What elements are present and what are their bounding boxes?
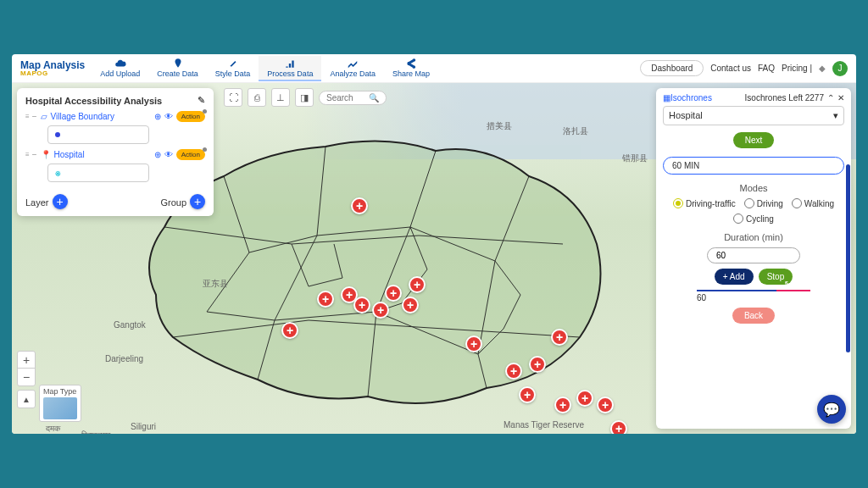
project-title: Hospital Accessibility Analysis [25,96,162,106]
map-place-label: Siliguri [131,422,156,431]
layer-swatch[interactable] [47,125,149,144]
cursor-icon: ↖ [784,279,791,288]
credits-label: Isochrones Left 2277 [745,93,824,103]
chevron-down-icon: ▾ [833,110,838,121]
brush-icon [227,58,239,69]
north-button[interactable]: ▲ [17,390,36,408]
hospital-marker[interactable]: + [409,276,426,293]
map-toolbar: ⛶ ⎙ ⊥ ◨ 🔍 [224,88,387,107]
menu-create-data[interactable]: Create Data [148,56,207,81]
mode-driving-traffic[interactable]: Driving-traffic [673,198,736,208]
drag-handle-icon[interactable]: ≡ [25,113,29,120]
fullscreen-button[interactable]: ⛶ [224,88,242,107]
edit-icon[interactable]: ✎ [198,95,205,106]
hospital-marker[interactable]: + [465,336,482,352]
visibility-icon[interactable]: 👁 [164,112,173,121]
menu-add-upload[interactable]: Add Upload [92,56,148,81]
cloud-upload-icon [114,58,126,69]
map-canvas[interactable]: GangtokDarjeelingSiliguri亚东县洛扎县措美县错那县Man… [12,83,856,434]
chat-icon: 💬 [823,402,840,418]
back-button[interactable]: Back [732,308,775,324]
mode-walking[interactable]: Walking [792,198,834,208]
layer-row-village[interactable]: ≡ − ▱ Village Boundary ⊕ 👁 Action [25,111,205,122]
hospital-marker[interactable]: + [402,297,419,313]
dashboard-button[interactable]: Dashboard [640,60,704,76]
map-place-label: 错那县 [622,152,648,164]
hospital-marker[interactable]: + [576,390,593,407]
panel-title: Isochrones [670,93,712,103]
modes-group: Driving-traffic Driving Walking [663,198,844,208]
minus-icon[interactable]: − [32,112,37,121]
menu-process-data[interactable]: Process Data [259,56,321,81]
measure-button[interactable]: ⊥ [271,88,290,107]
search-box[interactable]: 🔍 [319,91,387,105]
add-button[interactable]: + Add [715,269,754,285]
scrollbar[interactable] [846,164,850,352]
cube-icon[interactable]: ◆ [819,64,826,73]
panel-grip-icon[interactable]: ▦ [663,93,670,103]
action-button[interactable]: Action [176,111,205,122]
map-place-label: दमक [46,424,60,434]
close-icon[interactable]: ✕ [837,93,844,103]
menu-style-data[interactable]: Style Data [207,56,259,81]
hospital-marker[interactable]: + [597,396,614,413]
menu-analyze-data[interactable]: Analyze Data [321,56,384,81]
process-icon [284,58,296,69]
maptype-thumb [43,397,77,419]
hospital-marker[interactable]: + [353,297,370,313]
link-contact[interactable]: Contact us [710,64,751,73]
collapse-icon[interactable]: ⌃ [827,93,834,103]
mode-cycling[interactable]: Cycling [733,214,774,224]
modes-label: Modes [663,183,844,193]
point-pin-icon: 📍 [41,150,51,159]
hospital-marker[interactable]: + [529,356,546,373]
hospital-marker[interactable]: + [372,302,389,319]
action-button[interactable]: Action [176,149,205,160]
add-group-button[interactable]: Group+ [160,194,205,209]
zoom-in-button[interactable]: + [18,352,35,369]
print-button[interactable]: ⎙ [248,88,266,107]
hospital-marker[interactable]: + [610,420,627,434]
minus-icon[interactable]: − [32,150,37,159]
zoom-to-icon[interactable]: ⊕ [154,112,161,121]
hospital-marker[interactable]: + [385,285,402,302]
duration-label: Duration (min) [663,232,844,242]
swatch-pin-icon: ⎈ [55,168,61,178]
maptype-selector[interactable]: Map Type [39,385,81,422]
hospital-marker[interactable]: + [554,396,571,413]
add-layer-button[interactable]: Layer+ [25,194,68,209]
avatar[interactable]: J [832,61,848,76]
hospital-marker[interactable]: + [519,386,536,403]
zoom-out-button[interactable]: − [18,369,35,385]
search-icon[interactable]: 🔍 [369,93,379,103]
map-place-label: Darjeeling [105,354,143,363]
progress-value: 60 [697,293,844,302]
layer-swatch[interactable]: ⎈ [47,164,149,182]
layers-panel: Hospital Accessibility Analysis ✎ ≡ − ▱ … [17,88,214,216]
drag-handle-icon[interactable]: ≡ [25,151,29,158]
hospital-marker[interactable]: + [505,363,522,380]
search-input[interactable] [326,93,369,103]
time-summary-input[interactable]: 60 MIN [663,157,844,175]
map-place-label: 洛扎县 [563,125,588,137]
link-faq[interactable]: FAQ [758,64,775,73]
mode-driving[interactable]: Driving [744,198,783,208]
compare-button[interactable]: ◨ [295,88,314,107]
stop-button[interactable]: Stop↖ [759,269,793,285]
next-button[interactable]: Next [733,132,775,148]
hospital-marker[interactable]: + [281,322,298,339]
progress-bar [697,290,810,291]
layer-select[interactable]: Hospital ▾ [663,106,844,125]
link-pricing[interactable]: Pricing | [782,64,812,73]
zoom-to-icon[interactable]: ⊕ [154,150,161,159]
menu-share-map[interactable]: Share Map [384,56,438,81]
topbar: Map Analysis MAPOG Add Upload Create Dat… [12,54,856,83]
logo: Map Analysis MAPOG [20,60,85,77]
duration-input[interactable] [707,247,800,263]
hospital-marker[interactable]: + [551,329,568,346]
chat-button[interactable]: 💬 [817,395,846,424]
visibility-icon[interactable]: 👁 [164,150,173,159]
layer-row-hospital[interactable]: ≡ − 📍 Hospital ⊕ 👁 Action [25,149,205,160]
hospital-marker[interactable]: + [317,291,334,308]
hospital-marker[interactable]: + [351,197,368,214]
